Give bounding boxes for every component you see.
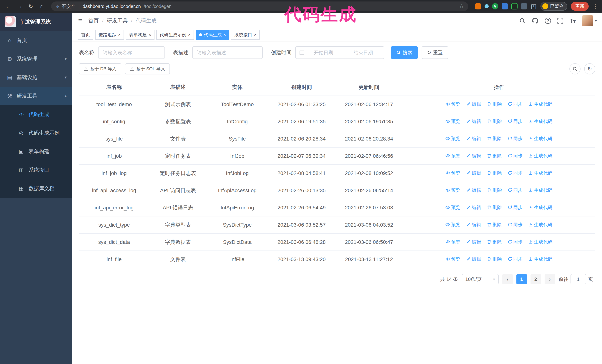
preview-link[interactable]: 预览 [445,220,460,229]
sidebar-item-form-builder[interactable]: ▣ 表单构建 [0,142,72,161]
browser-update-button[interactable]: 更新 [571,2,589,11]
generate-code-link[interactable]: 生成代码 [528,255,553,263]
sync-link[interactable]: 同步 [508,220,523,229]
search-icon[interactable] [519,18,526,24]
delete-link[interactable]: 删除 [487,203,502,211]
extension-icon-6[interactable] [521,3,527,10]
import-sql-button[interactable]: 基于 SQL 导入 [125,63,170,74]
close-icon[interactable]: × [188,33,191,37]
generate-code-link[interactable]: 生成代码 [528,203,553,211]
tab-trace[interactable]: 链路追踪 × [95,30,124,40]
search-button[interactable]: 搜索 [391,46,418,59]
close-icon[interactable]: × [224,33,226,37]
delete-link[interactable]: 删除 [487,255,502,263]
browser-back-icon[interactable]: ← [4,3,13,10]
generate-code-link[interactable]: 生成代码 [528,186,553,194]
edit-link[interactable]: 编辑 [466,135,481,143]
edit-link[interactable]: 编辑 [466,169,481,177]
sync-link[interactable]: 同步 [508,135,523,143]
close-icon[interactable]: × [149,33,151,37]
generate-code-link[interactable]: 生成代码 [528,135,553,143]
help-icon[interactable]: ? [545,18,551,24]
browser-home-icon[interactable]: ⌂ [37,3,47,10]
sync-link[interactable]: 同步 [508,169,523,177]
hamburger-icon[interactable]: ≡ [72,17,88,25]
refresh-table-button[interactable]: ↻ [584,63,595,74]
sync-link[interactable]: 同步 [508,238,523,246]
sync-link[interactable]: 同步 [508,117,523,125]
tab-system-api[interactable]: 系统接口 × [231,30,260,40]
sync-link[interactable]: 同步 [508,203,523,211]
toggle-search-button[interactable] [570,63,580,74]
app-logo-row[interactable]: 芋道管理系统 [0,13,72,31]
tab-home[interactable]: 首页 [78,30,93,40]
fullscreen-icon[interactable] [557,18,563,24]
breadcrumb-home[interactable]: 首页 [88,17,99,24]
sidebar-item-home[interactable]: ⌂ 首页 [0,31,72,50]
table-desc-input[interactable] [192,46,263,59]
delete-link[interactable]: 删除 [487,135,502,143]
prev-page-button[interactable]: ‹ [502,274,513,284]
security-warning[interactable]: ⚠ 不安全 [55,3,75,10]
tab-codegen-example[interactable]: 代码生成示例 × [156,30,194,40]
edit-link[interactable]: 编辑 [466,117,481,125]
page-button-2[interactable]: 2 [530,274,541,284]
extension-icon-2[interactable] [484,4,489,8]
browser-reload-icon[interactable]: ↻ [26,3,36,10]
delete-link[interactable]: 删除 [487,117,502,125]
browser-menu-icon[interactable]: ⋮ [592,3,598,10]
extension-icon-3[interactable]: V [492,3,498,10]
sync-link[interactable]: 同步 [508,100,523,108]
preview-link[interactable]: 预览 [445,100,460,108]
preview-link[interactable]: 预览 [445,117,460,125]
breadcrumb-dev-tools[interactable]: 研发工具 [107,17,128,24]
generate-code-link[interactable]: 生成代码 [528,100,553,108]
delete-link[interactable]: 删除 [487,169,502,177]
sidebar-item-infrastructure[interactable]: ▤ 基础设施 ▾ [0,68,72,87]
sidebar-item-dev-tools[interactable]: ⚒ 研发工具 ▴ [0,87,72,105]
edit-link[interactable]: 编辑 [466,220,481,229]
edit-link[interactable]: 编辑 [466,186,481,194]
github-icon[interactable] [532,17,538,24]
date-range-picker[interactable]: 开始日期 - 结束日期 [295,46,384,59]
sync-link[interactable]: 同步 [508,186,523,194]
import-db-button[interactable]: 基于 DB 导入 [79,63,121,74]
page-size-select[interactable]: 10条/页 ▾ [462,274,499,284]
delete-link[interactable]: 删除 [487,220,502,229]
generate-code-link[interactable]: 生成代码 [528,238,553,246]
sidebar-item-database-doc[interactable]: ▦ 数据库文档 [0,179,72,198]
delete-link[interactable]: 删除 [487,100,502,108]
generate-code-link[interactable]: 生成代码 [528,117,553,125]
generate-code-link[interactable]: 生成代码 [528,152,553,160]
close-icon[interactable]: × [118,33,121,37]
preview-link[interactable]: 预览 [445,203,460,211]
close-icon[interactable]: × [254,33,256,37]
preview-link[interactable]: 预览 [445,186,460,194]
address-bar[interactable]: ⚠ 不安全 | dashboard.yudao.iocoder.cn/tool/… [51,1,468,11]
preview-link[interactable]: 预览 [445,255,460,263]
reset-button[interactable]: ↻ 重置 [422,46,448,59]
edit-link[interactable]: 编辑 [466,255,481,263]
next-page-button[interactable]: › [545,274,555,284]
extension-icon-4[interactable] [502,3,508,10]
bookmark-star-icon[interactable]: ☆ [459,3,464,10]
goto-page-input[interactable] [570,274,586,284]
delete-link[interactable]: 删除 [487,186,502,194]
preview-link[interactable]: 预览 [445,152,460,160]
preview-link[interactable]: 预览 [445,238,460,246]
generate-code-link[interactable]: 生成代码 [528,220,553,229]
generate-code-link[interactable]: 生成代码 [528,169,553,177]
sync-link[interactable]: 同步 [508,152,523,160]
preview-link[interactable]: 预览 [445,135,460,143]
browser-forward-icon[interactable]: → [15,3,24,10]
sidebar-item-codegen[interactable]: </> 代码生成 [0,105,72,124]
edit-link[interactable]: 编辑 [466,152,481,160]
extension-icon-5[interactable] [511,3,517,10]
sync-link[interactable]: 同步 [508,255,523,263]
extension-icon-1[interactable] [475,3,481,10]
user-menu[interactable]: ▾ [582,15,597,26]
table-name-input[interactable] [98,46,165,59]
sidebar-item-system-management[interactable]: ⚙ 系统管理 ▾ [0,50,72,68]
tab-form-builder[interactable]: 表单构建 × [126,30,154,40]
page-button-1[interactable]: 1 [516,274,527,284]
